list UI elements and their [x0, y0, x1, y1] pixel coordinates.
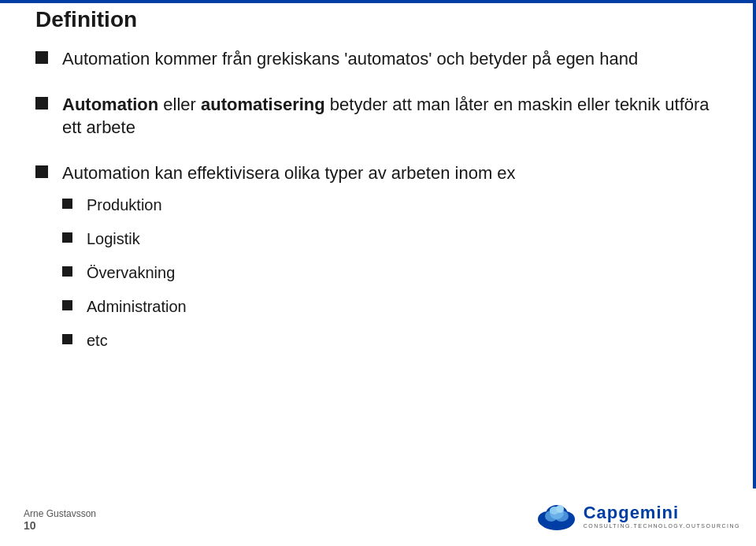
- footer-page: 10: [24, 519, 96, 532]
- bullet-text: Automation eller automatisering betyder …: [62, 93, 732, 139]
- bullet-icon: [35, 97, 48, 110]
- bold-text-2: automatisering: [201, 95, 325, 114]
- sub-bullet-text: Logistik: [87, 228, 140, 250]
- bullet-icon: [35, 165, 48, 178]
- sub-bullet-text: Övervakning: [87, 262, 175, 284]
- title-area: Definition: [0, 0, 137, 39]
- svg-point-8: [556, 505, 564, 513]
- list-item: Övervakning: [62, 262, 187, 284]
- bullet-icon: [35, 51, 48, 64]
- sub-bullet-text: Administration: [87, 296, 187, 318]
- sub-bullet-icon: [62, 334, 72, 344]
- main-bullet-list: Automation kommer från grekiskans 'autom…: [35, 47, 732, 364]
- bullet-text: Automation kommer från grekiskans 'autom…: [62, 47, 732, 71]
- capgemini-cloud-icon: [536, 499, 579, 532]
- content-area: Automation kommer från grekiskans 'autom…: [35, 47, 732, 483]
- sub-bullet-icon: [62, 266, 72, 277]
- sub-bullet-icon: [62, 300, 72, 310]
- logo-text-area: Capgemini CONSULTING.TECHNOLOGY.OUTSOURC…: [584, 503, 740, 529]
- sub-bullet-icon: [62, 199, 72, 209]
- page-title: Definition: [35, 7, 137, 32]
- sub-bullet-text: etc: [87, 330, 108, 351]
- slide: Definition Automation kommer från grekis…: [0, 0, 756, 546]
- list-item: Automation kommer från grekiskans 'autom…: [35, 47, 732, 71]
- list-item: Automation kan effektivisera olika typer…: [35, 162, 732, 364]
- list-item: Produktion: [62, 195, 187, 216]
- bullet-text: Automation kan effektivisera olika typer…: [62, 162, 516, 185]
- bold-text: Automation: [62, 95, 158, 114]
- right-border: [753, 0, 756, 488]
- footer: Arne Gustavsson 10 Capgemini: [0, 499, 756, 538]
- sub-bullet-icon: [62, 232, 72, 243]
- list-item: etc: [62, 330, 187, 351]
- logo-brand: Capgemini: [584, 503, 679, 523]
- list-item: Logistik: [62, 228, 187, 250]
- logo-tagline: CONSULTING.TECHNOLOGY.OUTSOURCING: [584, 523, 740, 529]
- list-item: Administration: [62, 296, 187, 318]
- sub-bullet-list: Produktion Logistik Övervakning Administ…: [62, 195, 187, 364]
- sub-bullet-text: Produktion: [87, 195, 162, 216]
- footer-left: Arne Gustavsson 10: [24, 508, 96, 532]
- capgemini-logo: Capgemini CONSULTING.TECHNOLOGY.OUTSOURC…: [536, 499, 740, 532]
- list-item: Automation eller automatisering betyder …: [35, 93, 732, 139]
- footer-author: Arne Gustavsson: [24, 508, 96, 519]
